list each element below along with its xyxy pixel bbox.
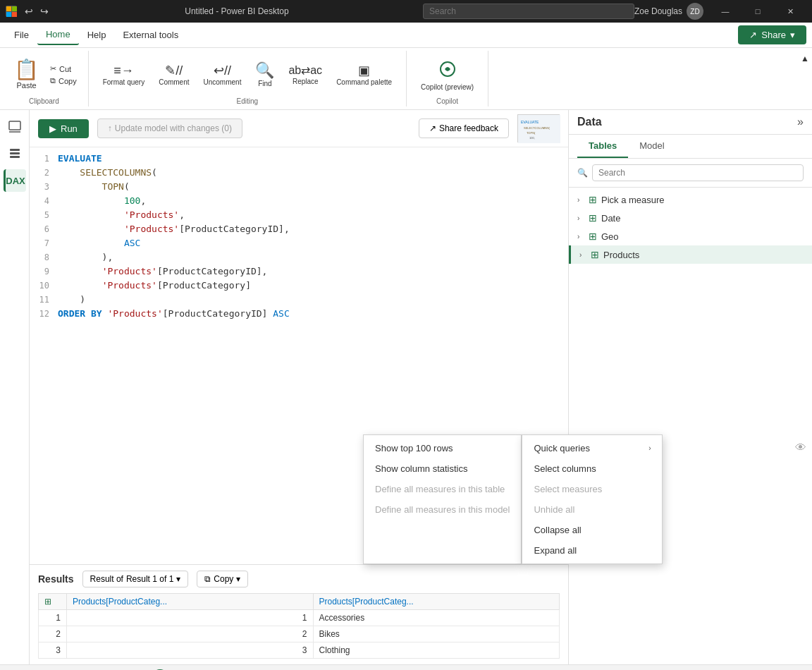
copy-dropdown-icon: ▾: [236, 574, 240, 584]
code-line-9: 9 'Products'[ProductCategoryID],: [30, 266, 568, 280]
ribbon-collapse-button[interactable]: ▲: [798, 51, 812, 106]
format-query-button[interactable]: ≡→ Format query: [97, 61, 150, 89]
code-line-2: 2 SELECTCOLUMNS(: [30, 167, 568, 181]
ctx-show-top-100[interactable]: Show top 100 rows: [364, 438, 521, 458]
tree-item-products[interactable]: › ⊞ Products: [569, 245, 812, 264]
context-menu-container: Show top 100 rows Show column statistics…: [363, 434, 663, 564]
tab-tables[interactable]: Tables: [577, 135, 628, 158]
code-line-7: 7 ASC: [30, 238, 568, 252]
ctx-define-measures-table: Define all measures in this table: [364, 479, 521, 499]
share-button[interactable]: ↗ Share ▾: [738, 25, 806, 44]
copilot-icon: [438, 59, 457, 82]
svg-text:TOPN(: TOPN(: [527, 131, 536, 135]
tab-model[interactable]: Model: [628, 135, 675, 158]
sidebar-data-icon[interactable]: [4, 142, 26, 165]
minimize-button[interactable]: —: [709, 0, 742, 23]
run-button[interactable]: ▶ Run: [38, 119, 89, 138]
table-icon: ⊞: [591, 249, 599, 260]
ribbon: 📋 Paste ✂ Cut ⧉ Copy Clipboard ≡→ Format…: [0, 48, 812, 110]
clipboard-small-buttons: ✂ Cut ⧉ Copy: [47, 63, 80, 86]
titlebar-search[interactable]: [423, 4, 634, 19]
command-palette-button[interactable]: ▣ Command palette: [331, 61, 398, 89]
table-icon: ⊞: [589, 231, 597, 242]
sidebar-dax-icon[interactable]: DAX: [4, 169, 26, 192]
row-col2-1: Accessories: [313, 610, 560, 626]
svg-rect-3: [12, 12, 17, 17]
sidebar-report-icon[interactable]: [4, 116, 26, 138]
code-line-6: 6 'Products'[ProductCategoryID],: [30, 224, 568, 238]
row-col2-2: Bikes: [313, 626, 560, 642]
table-grid-icon: ⊞: [44, 597, 51, 607]
copilot-content: Copilot (preview): [415, 54, 479, 96]
ctx-collapse-all[interactable]: Collapse all: [522, 520, 662, 540]
user-info: Zoe Douglas ZD: [634, 3, 703, 20]
svg-rect-1: [12, 6, 17, 11]
query-thumbnail: EVALUATE SELECTCOLUMNS( TOPN( 100,: [517, 114, 560, 142]
find-icon: 🔍: [255, 63, 274, 78]
paste-button[interactable]: 📋 Paste: [8, 57, 44, 92]
ctx-define-measures-model: Define all measures in this model: [364, 499, 521, 520]
svg-rect-9: [10, 156, 20, 158]
copilot-button[interactable]: Copilot (preview): [415, 56, 479, 94]
data-search-input[interactable]: [592, 164, 804, 181]
table-icon: ⊞: [589, 194, 597, 205]
paste-icon: 📋: [14, 60, 39, 80]
svg-rect-2: [6, 12, 11, 17]
ctx-select-columns[interactable]: Select columns: [522, 458, 662, 479]
uncomment-button[interactable]: ↩// Uncomment: [198, 61, 247, 89]
menu-help[interactable]: Help: [79, 25, 115, 44]
row-number-header: ⊞: [39, 594, 67, 610]
clipboard-content: 📋 Paste ✂ Cut ⧉ Copy: [8, 54, 80, 96]
app-icon: [6, 6, 17, 17]
context-menu-left: Show top 100 rows Show column statistics…: [363, 434, 522, 564]
panel-collapse-button[interactable]: »: [797, 116, 804, 128]
ctx-unhide-all: Unhide all: [522, 499, 662, 520]
copy-icon: ⧉: [50, 76, 56, 85]
ctx-quick-queries[interactable]: Quick queries ›: [522, 438, 662, 458]
share-feedback-button[interactable]: ↗ Share feedback: [419, 118, 509, 138]
result-of-label: Result of: [90, 574, 123, 584]
update-model-button[interactable]: ↑ Update model with changes (0): [97, 118, 242, 138]
find-button[interactable]: 🔍 Find: [250, 60, 280, 90]
menu-external-tools[interactable]: External tools: [114, 25, 187, 44]
copy-button[interactable]: ⧉ Copy: [47, 75, 80, 86]
close-button[interactable]: ✕: [774, 0, 806, 23]
format-query-icon: ≡→: [113, 64, 134, 77]
cut-button[interactable]: ✂ Cut: [47, 63, 80, 74]
undo-button[interactable]: ↩: [23, 5, 35, 18]
row-col1-1: 1: [67, 610, 314, 626]
window-title: Untitled - Power BI Desktop: [51, 6, 423, 16]
col2-header: Products[ProductCateg...: [313, 594, 560, 610]
data-panel-title: Data: [577, 116, 797, 128]
data-tree: › ⊞ Pick a measure › ⊞ Date › ⊞ Geo › ⊞ …: [569, 188, 812, 267]
menu-file[interactable]: File: [6, 25, 37, 44]
copy-results-button[interactable]: ⧉ Copy ▾: [197, 571, 248, 587]
menu-home[interactable]: Home: [37, 25, 79, 45]
comment-button[interactable]: ✎// Comment: [153, 61, 195, 89]
eye-icon: 👁: [795, 441, 806, 453]
share-feedback-icon: ↗: [429, 123, 436, 133]
svg-rect-8: [10, 152, 20, 154]
ctx-expand-all[interactable]: Expand all: [522, 540, 662, 561]
row-id-2: 2: [39, 626, 67, 642]
user-avatar: ZD: [687, 3, 703, 20]
tree-item-date[interactable]: › ⊞ Date: [569, 209, 812, 227]
uncomment-icon: ↩//: [214, 64, 231, 77]
replace-button[interactable]: ab⇄ac Replace: [283, 62, 328, 88]
context-menu-right: Quick queries › Select columns Select me…: [522, 434, 663, 564]
row-id-1: 1: [39, 610, 67, 626]
ctx-show-column-stats[interactable]: Show column statistics: [364, 458, 521, 479]
tree-item-geo[interactable]: › ⊞ Geo: [569, 227, 812, 245]
maximize-button[interactable]: □: [742, 0, 774, 23]
results-table: ⊞ Products[ProductCateg... Products[Prod…: [38, 593, 560, 659]
result-selector[interactable]: Result of Result 1 of 1 ▾: [82, 571, 189, 587]
search-icon: 🔍: [577, 168, 588, 178]
hide-panel-icon[interactable]: 👁: [795, 441, 806, 454]
code-line-12: 12 ORDER BY 'Products'[ProductCategoryID…: [30, 308, 568, 322]
titlebar-controls: ↩ ↪: [6, 5, 51, 18]
row-id-3: 3: [39, 642, 67, 659]
redo-button[interactable]: ↪: [38, 5, 51, 18]
tree-item-pick-measure[interactable]: › ⊞ Pick a measure: [569, 190, 812, 209]
editing-label: Editing: [237, 97, 259, 105]
chevron-right-icon: ›: [577, 196, 584, 204]
